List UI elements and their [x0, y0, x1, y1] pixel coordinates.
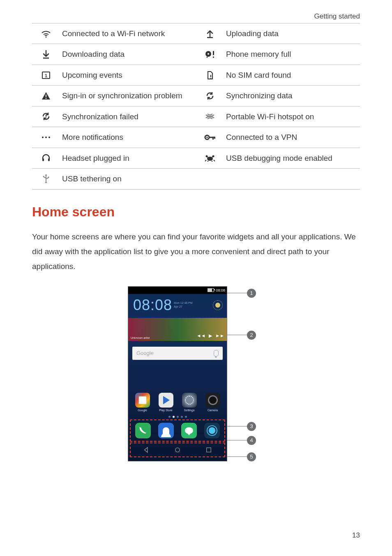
- settings-app: Settings: [182, 393, 197, 412]
- svg-point-32: [175, 448, 180, 452]
- icon-label: USB tethering on: [60, 169, 196, 189]
- callout-2: 2: [247, 331, 256, 340]
- nav-home-icon: [174, 446, 181, 454]
- svg-point-14: [45, 118, 46, 118]
- app-label: Play Store: [159, 409, 172, 412]
- icon-label: Portable Wi-Fi hotspot on: [224, 106, 360, 127]
- clock-time: 08:08: [133, 297, 172, 314]
- svg-rect-23: [214, 137, 215, 139]
- icon-label: USB debugging mode enabled: [224, 148, 360, 168]
- clock-sub1: Mon 12:48 PM: [174, 301, 193, 305]
- app-row: Google Play Store Settings Camera: [128, 393, 227, 412]
- home-screen-figure: 08:08 08:08 Mon 12:48 PM Apr 27 Unknown …: [32, 286, 360, 461]
- dialer-app: [135, 423, 151, 438]
- svg-point-6: [212, 56, 214, 58]
- nav-recent-icon: [205, 446, 212, 454]
- callout-3: 3: [247, 422, 256, 431]
- weather-icon: [213, 300, 223, 310]
- search-placeholder: Google: [136, 350, 154, 356]
- hotspot-icon: [196, 106, 224, 127]
- app-label: Settings: [184, 409, 194, 412]
- sync-fail-icon: [32, 106, 60, 127]
- table-row: Synchronization failed Portable Wi-Fi ho…: [32, 106, 360, 127]
- table-row: Downloading data Phone memory full: [32, 44, 360, 65]
- svg-point-15: [209, 116, 211, 117]
- icon-label: Connected to a VPN: [224, 127, 360, 148]
- clock-widget: 08:08 Mon 12:48 PM Apr 27: [128, 294, 227, 315]
- icon-label: Headset plugged in: [60, 148, 196, 168]
- page-number: 13: [352, 531, 360, 540]
- phone-screenshot: 08:08 08:08 Mon 12:48 PM Apr 27 Unknown …: [128, 286, 227, 461]
- svg-rect-33: [207, 448, 211, 452]
- svg-rect-24: [42, 158, 44, 161]
- music-widget: Unknown artist ◄◄ ▶ ►►: [128, 318, 227, 341]
- warning-icon: [32, 86, 60, 106]
- section-heading: Home screen: [32, 204, 360, 220]
- table-row: Sign-in or synchronization problem Synch…: [32, 86, 360, 106]
- intro-paragraph: Your home screens are where you can find…: [32, 229, 360, 274]
- svg-rect-5: [213, 51, 214, 55]
- status-bar: 08:08: [128, 287, 227, 294]
- download-icon: [32, 44, 60, 65]
- svg-text:1: 1: [44, 73, 47, 78]
- music-prev-icon: ◄◄: [196, 333, 205, 338]
- empty-icon: [196, 169, 224, 189]
- wifi-icon: [32, 23, 60, 44]
- navigation-bar: [131, 443, 224, 456]
- usb-tether-icon: [32, 169, 60, 189]
- svg-point-12: [45, 98, 46, 99]
- svg-rect-1: [43, 58, 49, 59]
- camera-app: Camera: [205, 393, 220, 412]
- callout-1: 1: [247, 289, 256, 298]
- icon-label: Uploading data: [224, 23, 360, 44]
- nav-back-icon: [143, 446, 150, 454]
- calendar-icon: 1: [32, 65, 60, 85]
- music-label: Unknown artist: [131, 336, 150, 339]
- upload-icon: [196, 23, 224, 44]
- table-row: USB tethering on: [32, 169, 360, 189]
- svg-point-3: [208, 53, 209, 55]
- svg-rect-21: [209, 137, 215, 138]
- icon-label: [224, 169, 360, 189]
- icon-label: More notifications: [60, 127, 196, 148]
- more-icon: [32, 127, 60, 148]
- battery-icon: [208, 288, 214, 292]
- vpn-icon: [196, 127, 224, 148]
- table-row: More notifications Connected to a VPN: [32, 127, 360, 148]
- dock: [131, 420, 224, 441]
- svg-point-30: [43, 176, 44, 177]
- contacts-app: [158, 423, 174, 438]
- svg-point-17: [45, 137, 47, 138]
- navbar-highlight: [130, 442, 225, 457]
- svg-point-4: [206, 57, 208, 58]
- table-row: Connected to a Wi-Fi network Uploading d…: [32, 23, 360, 44]
- no-sim-icon: [196, 65, 224, 85]
- icon-label: Sign-in or synchronization problem: [60, 86, 196, 106]
- mic-icon: [214, 350, 219, 357]
- svg-point-20: [206, 137, 208, 138]
- svg-point-10: [210, 78, 211, 79]
- icon-label: Downloading data: [60, 44, 196, 65]
- svg-rect-25: [48, 158, 50, 161]
- sync-icon: [196, 86, 224, 106]
- memory-full-icon: [196, 44, 224, 65]
- svg-rect-9: [210, 75, 211, 77]
- icon-label: No SIM card found: [224, 65, 360, 85]
- icon-label: Synchronization failed: [60, 106, 196, 127]
- svg-point-29: [45, 174, 47, 176]
- svg-rect-31: [48, 176, 49, 178]
- messaging-app: [181, 423, 197, 438]
- icon-label: Upcoming events: [60, 65, 196, 85]
- browser-app: [204, 423, 220, 438]
- search-widget: Google: [132, 347, 223, 360]
- svg-rect-22: [212, 137, 214, 139]
- google-app: Google: [135, 393, 150, 412]
- status-time: 08:08: [216, 288, 225, 292]
- dock-highlight: [130, 419, 225, 442]
- music-next-icon: ►►: [215, 333, 224, 338]
- svg-rect-13: [46, 115, 46, 117]
- icon-label: Connected to a Wi-Fi network: [60, 23, 196, 44]
- app-label: Google: [138, 409, 147, 412]
- table-row: 1 Upcoming events No SIM card found: [32, 65, 360, 85]
- status-icons-table: Connected to a Wi-Fi network Uploading d…: [32, 23, 360, 190]
